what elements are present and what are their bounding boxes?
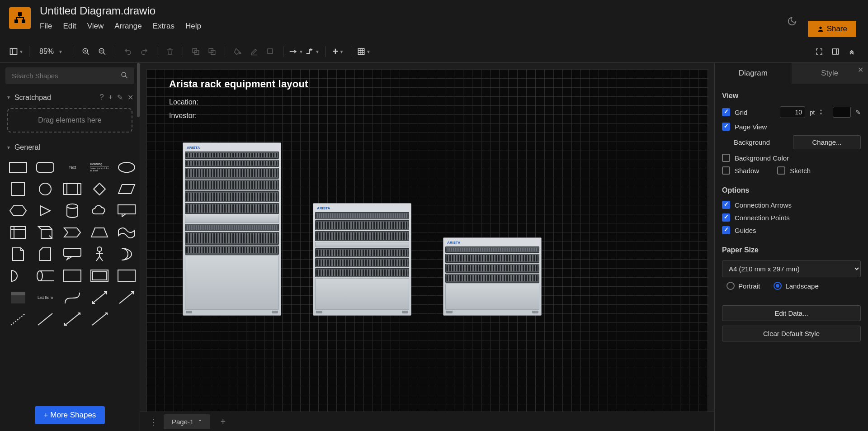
shape-list[interactable] [7, 289, 29, 306]
rack-slot-ports[interactable] [185, 152, 279, 159]
menu-view[interactable]: View [87, 22, 104, 31]
rack-slot-ports[interactable] [185, 180, 279, 190]
shape-note[interactable] [7, 246, 29, 263]
rack-slot-blank[interactable] [315, 278, 409, 310]
menu-extras[interactable]: Extras [153, 22, 175, 31]
format-panel-toggle[interactable] [828, 44, 843, 59]
rack-slot-ports[interactable] [315, 268, 409, 277]
shape-bidir-thin[interactable] [61, 311, 83, 328]
shape-ellipse[interactable] [116, 159, 137, 176]
shape-trapezoid[interactable] [89, 224, 110, 241]
rack-chassis[interactable]: ARISTA [183, 142, 281, 316]
rack-slot-ports[interactable] [315, 220, 409, 230]
rack-slot-ports[interactable] [185, 191, 279, 202]
sketch-checkbox[interactable] [777, 166, 785, 175]
shape-arrow[interactable] [116, 289, 137, 306]
shape-and[interactable] [7, 267, 29, 284]
edit-data-button[interactable]: Edit Data... [722, 305, 861, 321]
shape-process[interactable] [61, 180, 83, 198]
conn-points-checkbox[interactable] [722, 213, 730, 222]
shadow-checkbox[interactable] [722, 166, 730, 175]
rack-slot-vent[interactable] [315, 212, 409, 219]
insert-button[interactable]: +▼ [331, 44, 345, 59]
shape-rectangle[interactable] [7, 159, 29, 176]
rack-slot-vent[interactable] [185, 224, 279, 231]
shape-arrow-thin[interactable] [89, 311, 110, 328]
meta-location[interactable]: Location: [169, 98, 685, 106]
tab-diagram[interactable]: Diagram [715, 63, 792, 84]
share-button[interactable]: Share [808, 21, 856, 37]
zoom-in-button[interactable] [79, 44, 93, 59]
waypoint-button[interactable]: ▼ [305, 44, 320, 59]
tab-style[interactable]: Style [792, 63, 868, 84]
app-logo[interactable] [9, 7, 31, 29]
grid-size-input[interactable] [780, 106, 805, 118]
rack-slot-ports[interactable] [315, 248, 409, 257]
shadow-button[interactable] [263, 44, 278, 59]
shape-internal-storage[interactable] [7, 224, 29, 241]
rack-slot-ports[interactable] [315, 258, 409, 267]
page-tab[interactable]: Page-1 ⌃ [164, 414, 210, 429]
shape-or[interactable] [116, 246, 137, 263]
rack-slot-ports[interactable] [445, 264, 539, 273]
menu-file[interactable]: File [40, 22, 52, 31]
change-background-button[interactable]: Change... [793, 135, 861, 149]
eyedropper-icon[interactable]: ✎ [855, 109, 861, 116]
pages-menu-icon[interactable]: ⋮ [149, 417, 158, 427]
shape-card[interactable] [34, 246, 56, 263]
zoom-dropdown[interactable]: 85% ▼ [35, 47, 67, 56]
general-header[interactable]: ▼ General [0, 139, 140, 156]
to-front-button[interactable] [189, 44, 203, 59]
clear-style-button[interactable]: Clear Default Style [722, 326, 861, 341]
close-panel-icon[interactable]: ✕ [858, 66, 863, 74]
connection-type-button[interactable]: ▼ [289, 44, 303, 59]
help-icon[interactable]: ? [100, 93, 104, 102]
shape-curve[interactable] [61, 289, 83, 306]
zoom-out-button[interactable] [95, 44, 109, 59]
rack-slot-ports[interactable] [445, 274, 539, 283]
shape-step[interactable] [61, 224, 83, 241]
shape-hexagon[interactable] [7, 202, 29, 219]
delete-button[interactable] [163, 44, 177, 59]
rack-slot-ports[interactable] [185, 246, 279, 255]
shape-triangle[interactable] [34, 202, 56, 219]
collapse-button[interactable] [844, 44, 859, 59]
bgcolor-checkbox[interactable] [722, 154, 730, 162]
rack-slot-blank[interactable] [185, 256, 279, 310]
paper-size-select[interactable]: A4 (210 mm x 297 mm) [722, 260, 861, 277]
shape-cylinder[interactable] [61, 202, 83, 219]
to-back-button[interactable] [205, 44, 219, 59]
shape-datastore[interactable] [34, 267, 56, 284]
guides-checkbox[interactable] [722, 226, 730, 234]
shape-square[interactable] [7, 180, 29, 198]
close-icon[interactable]: ✕ [127, 93, 133, 102]
shape-callout[interactable] [116, 202, 137, 219]
search-icon[interactable] [121, 71, 128, 81]
add-icon[interactable]: + [108, 93, 113, 102]
shape-tape[interactable] [116, 224, 137, 241]
shape-parallelogram[interactable] [116, 180, 137, 198]
shape-listitem[interactable]: List Item [34, 289, 56, 306]
rack-chassis[interactable]: ARISTA [313, 203, 411, 316]
shape-textbox[interactable]: HeadingLorem ipsum dolor sit amet [89, 159, 110, 176]
shape-line[interactable] [34, 311, 56, 328]
rack-slot-ports[interactable] [185, 160, 279, 167]
fullscreen-button[interactable] [812, 44, 826, 59]
shape-doublerect[interactable] [89, 267, 110, 284]
scratchpad-dropzone[interactable]: Drag elements here [7, 108, 132, 133]
rack-slot-ports[interactable] [315, 231, 409, 241]
pageview-checkbox[interactable] [722, 123, 730, 131]
canvas[interactable]: Arista rack equipment layout Location: I… [140, 63, 714, 431]
conn-arrows-checkbox[interactable] [722, 201, 730, 209]
rack-slot-blank[interactable] [185, 215, 279, 223]
shape-bidir-arrow[interactable] [89, 289, 110, 306]
edit-icon[interactable]: ✎ [117, 93, 123, 102]
shape-dashed-line[interactable] [7, 311, 29, 328]
rack-slot-blank[interactable] [445, 284, 539, 310]
shape-rect3[interactable] [116, 267, 137, 284]
rack-slot-ports[interactable] [185, 232, 279, 245]
shape-actor[interactable] [89, 246, 110, 263]
landscape-radio[interactable] [774, 282, 782, 290]
shape-cloud[interactable] [89, 202, 110, 219]
table-button[interactable]: ▼ [357, 44, 371, 59]
